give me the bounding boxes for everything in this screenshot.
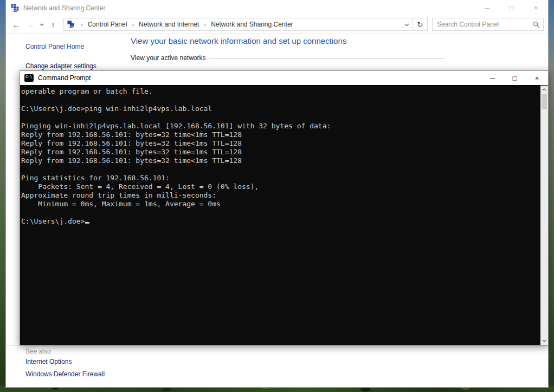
close-button[interactable]: × [524,0,548,16]
console-text: operable program or batch file. C:\Users… [21,87,331,225]
cmd-app-icon: C:\ [24,74,34,82]
breadcrumb: › Control Panel › Network and Internet ›… [64,19,401,29]
sidebar-item-control-panel-home[interactable]: Control Panel Home [25,43,84,50]
sidebar-item-windows-defender-firewall[interactable]: Windows Defender Firewall [25,370,105,378]
search-icon[interactable] [529,21,543,28]
scrollbar-thumb[interactable] [542,94,547,109]
history-dropdown-icon[interactable] [37,17,46,31]
cmd-minimize-button[interactable]: ─ [481,71,504,86]
see-also-section: See also Internet Options Windows Defend… [6,345,548,355]
navigation-toolbar: ← → ↑ › Control Panel › Network and Inte… [6,16,548,34]
up-button[interactable]: ↑ [46,17,60,31]
search-input[interactable] [433,21,529,28]
refresh-button[interactable]: ↻ [413,18,427,30]
cmd-window-controls: ─ □ × [481,71,548,86]
console-cursor [85,222,89,224]
command-prompt-window: C:\ Command Prompt ─ □ × operable progra… [20,70,549,345]
cmd-window-title: Command Prompt [38,74,91,82]
active-networks-label: View your active networks [131,54,206,62]
page-title: View your basic network information and … [131,36,346,45]
active-networks-section: View your active networks [131,54,445,62]
window-controls: ─ □ × [475,0,548,16]
section-divider [209,58,445,59]
breadcrumb-item-network-sharing-center[interactable]: Network and Sharing Center [210,19,294,29]
breadcrumb-separator-icon: › [200,21,210,28]
address-dropdown-icon[interactable] [401,21,413,28]
sidebar-item-change-adapter-settings[interactable]: Change adapter settings [25,62,96,70]
maximize-button[interactable]: □ [499,0,524,16]
network-app-icon [11,4,20,12]
console-output[interactable]: operable program or batch file. C:\Users… [20,86,548,345]
address-location-icon [67,21,75,28]
minimize-button[interactable]: ─ [475,0,499,16]
search-box [432,18,544,31]
cmd-close-button[interactable]: × [526,71,548,86]
cmd-titlebar[interactable]: C:\ Command Prompt ─ □ × [20,71,548,86]
cmd-maximize-button[interactable]: □ [504,71,526,86]
sidebar-item-internet-options[interactable]: Internet Options [25,358,72,365]
console-scrollbar[interactable] [540,86,548,345]
breadcrumb-separator-icon: › [128,21,138,28]
breadcrumb-separator-icon: › [77,21,87,28]
see-also-header: See also [6,345,548,355]
window-title: Network and Sharing Center [23,4,105,12]
breadcrumb-item-network-and-internet[interactable]: Network and Internet [138,19,200,29]
scroll-up-icon[interactable] [540,86,548,94]
network-window-titlebar[interactable]: Network and Sharing Center ─ □ × [6,0,548,16]
scroll-down-icon[interactable] [540,337,548,345]
breadcrumb-item-control-panel[interactable]: Control Panel [87,19,128,29]
back-button[interactable]: ← [9,17,23,31]
address-bar[interactable]: › Control Panel › Network and Internet ›… [63,18,428,31]
forward-button[interactable]: → [23,17,37,31]
address-bar-controls: ↻ [401,18,427,30]
